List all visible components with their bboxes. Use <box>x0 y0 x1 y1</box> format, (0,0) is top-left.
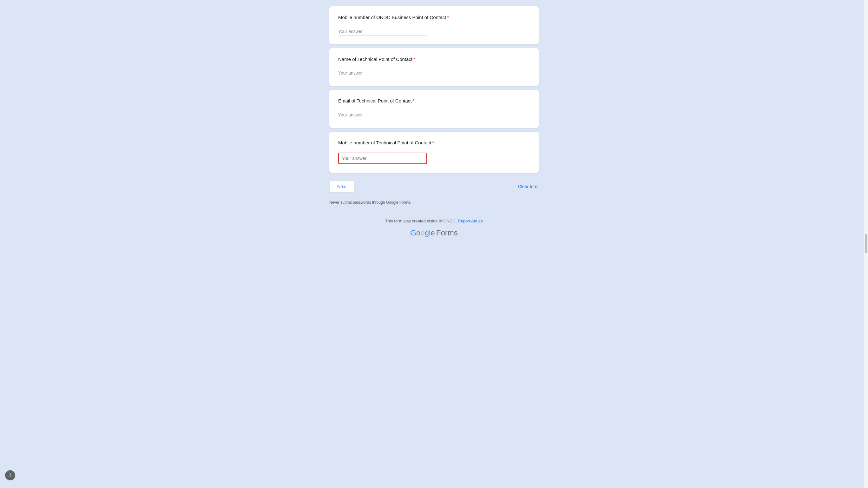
footer-org-text: This form was created inside of ONDC. <box>385 219 457 223</box>
report-abuse-link[interactable]: Report Abuse <box>458 219 483 223</box>
footer-created-text: This form was created inside of ONDC. Re… <box>329 219 539 223</box>
question-label-mobile-ondc: Mobile number of ONDC Business Point of … <box>338 14 530 21</box>
next-button[interactable]: Next <box>329 181 355 192</box>
card-name-tech-poc: Name of Technical Point of Contact* <box>329 48 539 86</box>
letter-g2: g <box>425 228 429 237</box>
card-mobile-ondc-biz: Mobile number of ONDC Business Point of … <box>329 6 539 44</box>
question-text: Mobile number of Technical Point of Cont… <box>338 140 431 145</box>
letter-o2: o <box>421 228 425 237</box>
question-text: Mobile number of ONDC Business Point of … <box>338 14 446 20</box>
required-star: * <box>413 57 415 62</box>
letter-e: e <box>431 228 435 237</box>
letter-o1: o <box>416 228 421 237</box>
google-forms-logo: Google Forms <box>329 228 539 237</box>
question-label-name-tech: Name of Technical Point of Contact* <box>338 56 530 63</box>
letter-g: G <box>410 228 416 237</box>
required-star: * <box>413 98 415 103</box>
answer-input-mobile-ondc[interactable] <box>338 28 427 35</box>
form-container: Mobile number of ONDC Business Point of … <box>329 6 539 237</box>
forms-text: Forms <box>436 228 458 237</box>
card-email-tech-poc: Email of Technical Point of Contact* <box>329 90 539 128</box>
scrollbar-area <box>864 0 868 488</box>
required-star: * <box>432 140 434 145</box>
feedback-button[interactable]: ! <box>5 470 15 480</box>
question-text: Name of Technical Point of Contact <box>338 57 412 62</box>
answer-input-name-tech[interactable] <box>338 69 427 77</box>
google-brand-text: Google <box>410 228 435 237</box>
disclaimer-text: Never submit passwords through Google Fo… <box>329 200 539 205</box>
scrollbar-thumb[interactable] <box>865 234 867 253</box>
clear-form-link[interactable]: Clear form <box>518 184 539 189</box>
question-label-mobile-tech: Mobile number of Technical Point of Cont… <box>338 139 530 147</box>
answer-input-email-tech[interactable] <box>338 111 427 119</box>
feedback-icon: ! <box>9 472 11 478</box>
buttons-row: Next Clear form <box>329 179 539 194</box>
question-label-email-tech: Email of Technical Point of Contact* <box>338 97 530 105</box>
required-star: * <box>447 14 449 20</box>
footer: This form was created inside of ONDC. Re… <box>329 219 539 237</box>
answer-input-mobile-tech[interactable] <box>338 153 427 164</box>
question-text: Email of Technical Point of Contact <box>338 98 412 103</box>
card-mobile-tech-poc: Mobile number of Technical Point of Cont… <box>329 132 539 173</box>
